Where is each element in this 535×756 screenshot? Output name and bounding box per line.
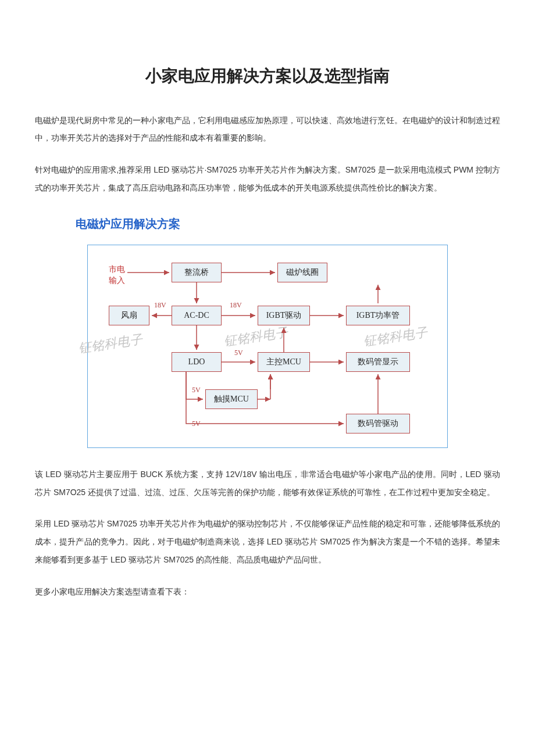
node-touch: 触摸MCU — [205, 389, 258, 409]
intro-paragraph-1: 电磁炉是现代厨房中常见的一种小家电产品，它利用电磁感应加热原理，可以快速、高效地… — [35, 112, 500, 148]
node-ldo: LDO — [172, 352, 222, 372]
block-diagram: 市电 输入 整流桥 磁炉线圈 风扇 AC-DC IGBT驱动 IGBT功率管 L… — [87, 245, 448, 448]
node-igbt-drv: IGBT驱动 — [258, 306, 310, 325]
watermark-1: 钲铭科电子 — [77, 325, 144, 362]
node-fan: 风扇 — [109, 306, 149, 325]
node-acdc: AC-DC — [172, 306, 222, 325]
input-line1: 市电 — [109, 265, 125, 274]
diagram-input-label: 市电 输入 — [96, 264, 125, 286]
edge-5v-a: 5V — [234, 345, 243, 360]
node-seg-drv: 数码管驱动 — [346, 414, 410, 433]
edge-18v-right: 18V — [230, 298, 242, 313]
body-paragraph-5: 更多小家电应用解决方案选型请查看下表： — [35, 583, 500, 601]
body-paragraph-3: 该 LED 驱动芯片主要应用于 BUCK 系统方案，支持 12V/18V 输出电… — [35, 465, 500, 501]
node-igbt-pwr: IGBT功率管 — [346, 306, 410, 325]
page-title: 小家电应用解决方案以及选型指南 — [35, 58, 500, 94]
body-paragraph-4: 采用 LED 驱动芯片 SM7025 功率开关芯片作为电磁炉的驱动控制芯片，不仅… — [35, 515, 500, 568]
input-line2: 输入 — [109, 276, 125, 285]
intro-paragraph-2: 针对电磁炉的应用需求,推荐采用 LED 驱动芯片·SM7025 功率开关芯片作为… — [35, 161, 500, 197]
node-coil: 磁炉线圈 — [277, 263, 327, 282]
edge-5v-c: 5V — [192, 416, 201, 431]
node-rectifier: 整流桥 — [172, 263, 222, 282]
section-heading-solution: 电磁炉应用解决方案 — [76, 211, 500, 237]
edge-18v-left: 18V — [154, 298, 166, 313]
node-mcu: 主控MCU — [258, 352, 310, 372]
diagram-canvas: 市电 输入 整流桥 磁炉线圈 风扇 AC-DC IGBT驱动 IGBT功率管 L… — [96, 260, 436, 435]
diagram-arrows — [96, 260, 436, 435]
edge-5v-b: 5V — [192, 382, 201, 397]
node-seg-disp: 数码管显示 — [346, 352, 410, 372]
